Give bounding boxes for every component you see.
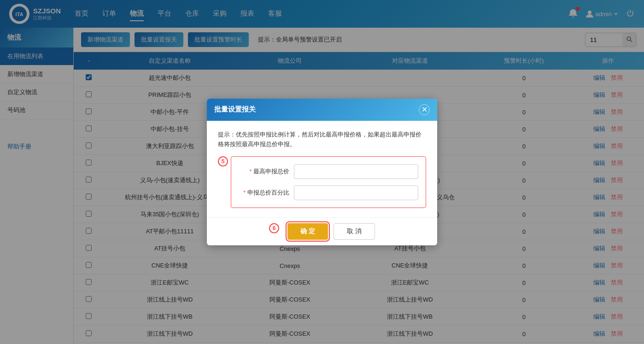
field2-input[interactable]: [294, 185, 418, 200]
badge-form: 5: [218, 156, 228, 166]
modal-title: 批量设置报关: [214, 105, 256, 114]
modal-form: 最高申报总价 申报总价百分比: [231, 156, 426, 208]
modal-header: 批量设置报关 ✕: [207, 99, 437, 121]
modal-footer: 6 确 定 取 消: [207, 217, 437, 245]
confirm-button[interactable]: 确 定: [287, 223, 328, 240]
modal-close-button[interactable]: ✕: [419, 104, 430, 115]
modal-tip: 提示：优先按照申报比例计算，然后对比最高申报价格，如果超出最高申报价格将按照最高…: [218, 130, 426, 149]
field1-input[interactable]: [294, 164, 418, 179]
form-row-percent: 申报总价百分比: [239, 185, 418, 200]
batch-customs-modal: 批量设置报关 ✕ 提示：优先按照申报比例计算，然后对比最高申报价格，如果超出最高…: [207, 99, 437, 246]
field1-label: 最高申报总价: [239, 167, 289, 176]
modal-body: 提示：优先按照申报比例计算，然后对比最高申报价格，如果超出最高申报价格将按照最高…: [207, 121, 437, 218]
modal-overlay: 批量设置报关 ✕ 提示：优先按照申报比例计算，然后对比最高申报价格，如果超出最高…: [0, 0, 644, 344]
cancel-button[interactable]: 取 消: [334, 223, 375, 240]
form-row-max-price: 最高申报总价: [239, 164, 418, 179]
field2-label: 申报总价百分比: [239, 189, 289, 197]
badge-confirm: 6: [269, 223, 279, 233]
